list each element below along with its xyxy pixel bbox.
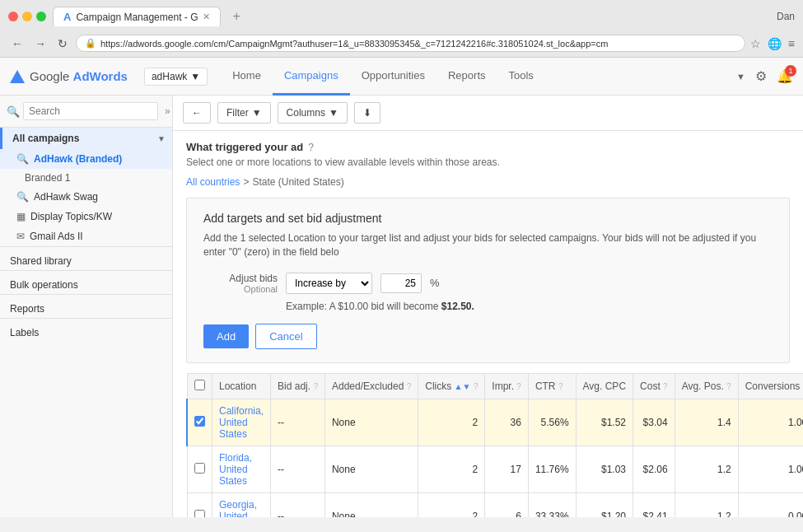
add-button[interactable]: Add — [203, 324, 249, 348]
row-checkbox-0[interactable] — [194, 416, 205, 427]
notification-badge: 1 — [785, 65, 796, 77]
row-clicks-2: 2 — [418, 492, 485, 517]
row-checkbox-cell — [187, 492, 212, 517]
url-text: https://adwords.google.com/cm/CampaignMg… — [100, 39, 608, 49]
sidebar-section-reports[interactable]: Reports — [0, 294, 172, 318]
main-nav: Home Campaigns Opportunities Reports Too… — [221, 58, 736, 96]
row-clicks-0: 2 — [418, 399, 485, 446]
col-header-ctr: CTR ? — [528, 373, 576, 399]
collapse-button[interactable]: » — [165, 105, 170, 117]
account-selector[interactable]: adHawk ▼ — [144, 68, 208, 86]
notifications-icon[interactable]: 🔔 1 — [777, 68, 793, 84]
row-added-excluded-0: None — [324, 399, 418, 446]
logo-area: Google AdWords — [10, 69, 128, 83]
location-link-2[interactable]: Georgia, United States — [219, 499, 257, 517]
browser-tab[interactable]: A Campaign Management - G ✕ — [53, 7, 221, 26]
row-bid-adj-1: -- — [271, 446, 325, 492]
search-campaign-icon: 🔍 — [16, 153, 29, 165]
menu-icon[interactable]: ≡ — [788, 37, 795, 50]
col-header-avg-cpc: Avg. CPC — [576, 373, 633, 399]
reload-button[interactable]: ↻ — [54, 35, 71, 52]
nav-item-campaigns[interactable]: Campaigns — [273, 58, 350, 96]
new-tab-button[interactable]: + — [227, 9, 245, 24]
main-content: What triggered your ad ? Select one or m… — [173, 131, 803, 517]
row-conversions-1: 1.00 — [738, 446, 803, 492]
filter-label: Filter — [226, 107, 249, 119]
sidebar-section-shared-library[interactable]: Shared library — [0, 246, 172, 270]
bid-adjust-select[interactable]: Increase by Decrease by Do not adjust — [286, 273, 372, 294]
settings-icon[interactable]: ⚙ — [755, 68, 767, 84]
row-clicks-1: 2 — [418, 446, 485, 492]
table-row: California, United States -- None 2 36 5… — [187, 399, 803, 446]
nav-item-tools[interactable]: Tools — [497, 58, 545, 96]
cancel-button[interactable]: Cancel — [255, 324, 316, 349]
row-avg-pos-2: 1.2 — [675, 492, 738, 517]
sidebar-item-display-topics[interactable]: ▦ Display Topics/KW — [0, 207, 172, 226]
user-label: Dan — [777, 11, 795, 22]
breadcrumb-separator: > — [243, 176, 249, 188]
location-link-1[interactable]: Florida, United States — [219, 452, 252, 487]
adjust-bids-label: Adjust bids — [203, 273, 278, 284]
bid-adjustment-box: Add targets and set bid adjustment Add t… — [186, 198, 790, 363]
gmail-campaign-icon: ✉ — [16, 231, 25, 242]
nav-right: ▼ ⚙ 🔔 1 — [736, 68, 793, 84]
nav-item-opportunities[interactable]: Opportunities — [350, 58, 437, 96]
page-title-text: What triggered your ad — [186, 141, 303, 153]
search-input[interactable] — [23, 102, 158, 120]
campaign-label: Display Topics/KW — [30, 211, 112, 222]
row-bid-adj-0: -- — [271, 399, 325, 446]
breadcrumb-link[interactable]: All countries — [186, 176, 240, 188]
row-ctr-2: 33.33% — [528, 492, 576, 517]
download-button[interactable]: ⬇ — [354, 102, 380, 124]
nav-item-home[interactable]: Home — [221, 58, 273, 96]
select-all-checkbox[interactable] — [194, 380, 205, 390]
nav-item-reports[interactable]: Reports — [437, 58, 497, 96]
help-icon[interactable]: ? — [308, 142, 314, 153]
tab-close-button[interactable]: ✕ — [203, 12, 210, 22]
row-cost-0: $3.04 — [633, 399, 675, 446]
forward-button[interactable]: → — [31, 35, 49, 52]
table-row: Georgia, United States -- None 2 6 33.33… — [187, 492, 803, 517]
row-checkbox-1[interactable] — [194, 463, 205, 474]
sidebar-item-adhawk-swag[interactable]: 🔍 AdHawk Swag — [0, 187, 172, 207]
maximize-dot[interactable] — [36, 12, 46, 21]
browser-dots — [8, 12, 46, 21]
all-campaigns-label: All campaigns — [12, 133, 157, 144]
address-bar[interactable]: 🔒 https://adwords.google.com/cm/Campaign… — [76, 35, 745, 52]
tab-title: Campaign Management - G — [76, 12, 198, 23]
campaigns-dropdown-arrow: ▼ — [157, 134, 166, 143]
sidebar-item-adhawk-branded[interactable]: 🔍 AdHawk (Branded) — [0, 149, 172, 169]
row-location-2: Georgia, United States — [212, 492, 271, 517]
col-header-impr: Impr. ? — [485, 373, 529, 399]
location-link-0[interactable]: California, United States — [219, 405, 264, 440]
bid-percent-input[interactable] — [380, 273, 422, 293]
sidebar-section-bulk-operations[interactable]: Bulk operations — [0, 270, 172, 294]
globe-icon[interactable]: 🌐 — [768, 37, 782, 50]
minimize-dot[interactable] — [22, 12, 32, 21]
page-title: What triggered your ad ? — [186, 141, 790, 153]
sidebar-item-branded1[interactable]: Branded 1 — [0, 169, 172, 187]
row-checkbox-cell — [187, 446, 212, 492]
tab-favicon: A — [63, 11, 71, 23]
nav-dropdown-arrow[interactable]: ▼ — [736, 72, 745, 82]
sidebar-section-labels[interactable]: Labels — [0, 318, 172, 342]
bid-example-bold: $12.50. — [441, 301, 474, 312]
table-row: Florida, United States -- None 2 17 11.7… — [187, 446, 803, 492]
all-campaigns-item[interactable]: All campaigns ▼ — [0, 128, 172, 149]
back-button[interactable]: ← — [8, 35, 26, 52]
col-header-clicks: Clicks ▲▼ ? — [418, 373, 485, 399]
bookmark-icon[interactable]: ☆ — [750, 37, 761, 50]
sidebar-item-gmail-ads[interactable]: ✉ Gmail Ads II — [0, 226, 172, 246]
row-checkbox-2[interactable] — [194, 510, 205, 517]
columns-button[interactable]: Columns ▼ — [278, 102, 348, 124]
close-dot[interactable] — [8, 12, 18, 21]
col-header-added-excluded: Added/Excluded ? — [324, 373, 418, 399]
back-button[interactable]: ← — [183, 102, 211, 124]
top-nav: Google AdWords adHawk ▼ Home Campaigns O… — [0, 58, 803, 96]
filter-button[interactable]: Filter ▼ — [217, 102, 271, 124]
row-checkbox-cell — [187, 399, 212, 446]
percent-sign: % — [430, 277, 440, 289]
display-campaign-icon: ▦ — [16, 211, 26, 222]
campaign-label: Gmail Ads II — [30, 231, 83, 242]
row-impr-0: 36 — [485, 399, 529, 446]
